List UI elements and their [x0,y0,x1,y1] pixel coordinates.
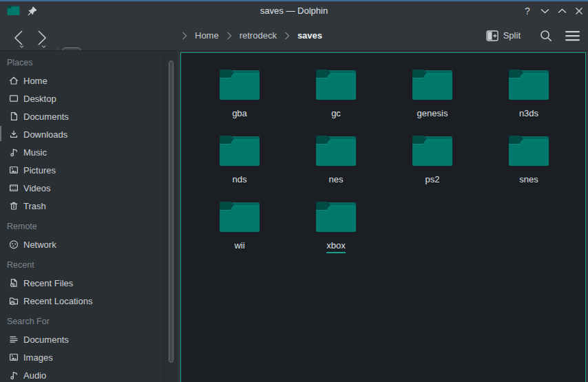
image-icon [8,352,19,363]
close-x-icon [575,7,583,15]
places-list: Places Home Desktop Documents Downloads … [0,54,164,382]
split-label: Split [503,30,521,41]
breadcrumb-item-home[interactable]: Home [195,30,219,41]
sidebar-section-header: Places [0,54,164,72]
network-globe-icon [8,239,19,250]
folder-nds[interactable]: nds [191,127,288,193]
folder-gba[interactable]: gba [191,61,288,127]
download-icon [8,129,19,140]
split-button[interactable]: Split [486,30,521,41]
menu-button[interactable] [562,25,582,46]
chevron-down-icon [540,8,549,14]
minimize-button[interactable] [536,3,553,19]
sidebar-item-pictures[interactable]: Pictures [0,161,164,179]
image-icon [8,165,19,176]
close-button[interactable] [571,3,587,19]
folder-icon [411,67,454,101]
breadcrumb-separator [182,32,187,40]
folder-grid: gba gc genesis n3ds nds [191,61,577,259]
sidebar-item-videos[interactable]: Videos [0,179,164,197]
hamburger-icon [565,30,580,41]
sidebar-item-home[interactable]: Home [0,72,164,89]
folder-icon [507,133,550,167]
chevron-right-icon [284,32,290,40]
desktop-icon [8,93,19,104]
folder-icon [218,67,261,101]
sidebar-section-header: Remote [0,217,164,235]
folder-n3ds[interactable]: n3ds [481,61,577,127]
sidebar-item-images[interactable]: Images [0,348,164,366]
magnifier-icon [539,29,553,43]
sidebar-item-network[interactable]: Network [0,235,164,253]
home-icon [8,75,19,86]
chevron-right-icon [31,28,52,48]
chevron-right-icon [182,32,187,40]
places-panel: Places Home Desktop Documents Downloads … [0,51,178,382]
trash-icon [8,200,19,211]
help-button[interactable]: ? [519,3,536,19]
folder-icon [507,67,550,101]
sidebar-section: Recent Recent Files Recent Locations [0,256,164,310]
chevron-right-icon [227,32,232,40]
window-controls: ? [519,3,587,19]
help-icon: ? [525,6,530,17]
sidebar-item-trash[interactable]: Trash [0,197,164,215]
breadcrumb-item-saves[interactable]: saves [297,30,322,41]
split-view-icon [486,30,498,41]
folder-icon [411,133,454,167]
sidebar-item-recent-locations[interactable]: Recent Locations [0,292,164,310]
sidebar-item-music[interactable]: Music [0,143,164,161]
folder-icon [315,199,357,233]
toolbar: Homeretrodecksaves Split [0,21,588,50]
folder-nes[interactable]: nes [288,127,384,193]
recent-folder-clock-icon [8,295,19,306]
sidebar-section: Remote Network [0,217,164,253]
panel-divider [164,51,165,382]
recent-file-clock-icon [8,277,19,288]
sidebar-item-recent-files[interactable]: Recent Files [0,274,164,292]
breadcrumb: Homeretrodecksaves [182,21,322,50]
sidebar-scrollbar[interactable] [169,61,174,363]
folder-wii[interactable]: wii [191,193,288,259]
music-note-icon [8,147,19,158]
folder-xbox[interactable]: xbox [288,193,384,259]
folder-icon [218,199,261,233]
search-button[interactable] [536,25,556,46]
folder-icon [315,133,357,167]
sidebar-section: Places Home Desktop Documents Downloads … [0,54,164,215]
sidebar-item-documents[interactable]: Documents [0,107,164,125]
forward-button[interactable] [31,28,52,48]
sidebar-section: Search For Documents Images Audio [0,312,164,382]
sidebar-item-desktop[interactable]: Desktop [0,89,164,107]
sidebar-item-documents[interactable]: Documents [0,330,164,348]
music-note-icon [8,370,19,381]
sidebar-item-downloads[interactable]: Downloads [0,125,164,143]
folder-snes[interactable]: snes [481,127,577,193]
folder-view[interactable]: gba gc genesis n3ds nds [180,52,586,382]
chevron-up-icon [558,8,567,14]
sidebar-section-header: Search For [0,312,164,330]
folder-gc[interactable]: gc [288,61,384,127]
breadcrumb-item-retrodeck[interactable]: retrodeck [240,30,277,41]
folder-genesis[interactable]: genesis [384,61,481,127]
breadcrumb-separator [227,32,232,40]
maximize-button[interactable] [554,3,570,19]
folder-icon [218,133,261,167]
film-icon [8,182,19,193]
chevron-left-icon [9,28,30,48]
titlebar: saves — Dolphin ? [0,1,588,21]
back-button[interactable] [9,28,30,48]
folder-ps2[interactable]: ps2 [384,127,481,193]
sidebar-section-header: Recent [0,256,164,274]
document-icon [8,111,19,122]
folder-icon [315,67,357,101]
breadcrumb-separator [284,32,290,40]
sidebar-item-audio[interactable]: Audio [0,366,164,382]
window-title: saves — Dolphin [0,1,588,21]
window-edge-highlight [0,126,1,141]
text-lines-icon [8,334,19,345]
